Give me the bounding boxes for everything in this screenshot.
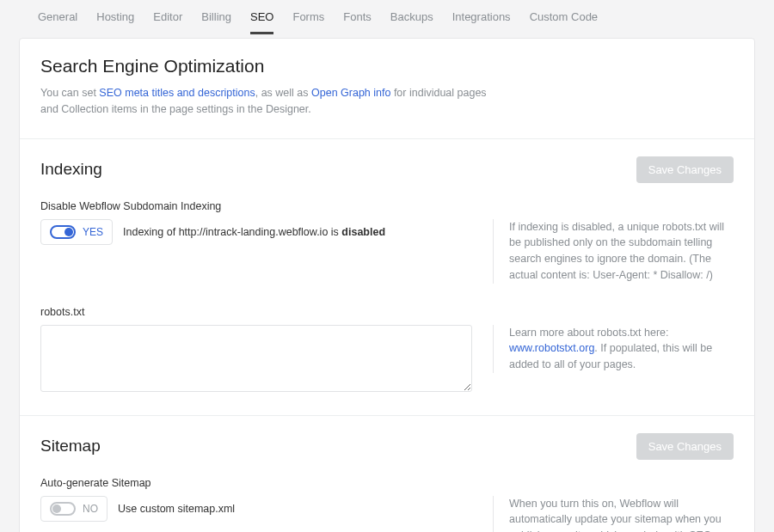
sitemap-toggle-state-text: NO (83, 503, 98, 515)
sitemap-section: Sitemap Save Changes Auto-generate Sitem… (20, 416, 754, 533)
tab-seo[interactable]: SEO (250, 10, 273, 34)
tab-fonts[interactable]: Fonts (343, 10, 372, 34)
custom-sitemap-text: Use custom sitemap.xml (118, 503, 235, 515)
robotstxt-link[interactable]: www.robotstxt.org (509, 342, 594, 354)
tab-custom-code[interactable]: Custom Code (530, 10, 598, 34)
auto-sitemap-label: Auto-generate Sitemap (40, 477, 734, 489)
opengraph-link[interactable]: Open Graph info (311, 87, 390, 99)
robots-label: robots.txt (40, 306, 734, 318)
tab-forms[interactable]: Forms (292, 10, 324, 34)
tab-general[interactable]: General (38, 10, 77, 34)
disable-subdomain-label: Disable Webflow Subdomain Indexing (40, 200, 734, 212)
tab-integrations[interactable]: Integrations (452, 10, 511, 34)
robots-textarea[interactable] (40, 325, 472, 392)
toggle-state-text: YES (83, 226, 103, 238)
indexing-help-text: If indexing is disabled, a unique robots… (493, 219, 734, 284)
settings-tabs: General Hosting Editor Billing SEO Forms… (0, 0, 774, 34)
indexing-save-button[interactable]: Save Changes (636, 156, 734, 183)
seo-description: You can set SEO meta titles and descript… (40, 85, 488, 118)
toggle-knob-icon (52, 504, 61, 513)
sitemap-help-text: When you turn this on, Webflow will auto… (493, 496, 734, 533)
toggle-knob-icon (64, 228, 73, 236)
tab-billing[interactable]: Billing (201, 10, 231, 34)
page-title: Search Engine Optimization (40, 56, 734, 76)
tab-backups[interactable]: Backups (390, 10, 433, 34)
indexing-status: Indexing of http://intrack-landing.webfl… (123, 226, 385, 238)
sitemap-title: Sitemap (40, 437, 101, 456)
settings-panel: Search Engine Optimization You can set S… (19, 38, 755, 532)
disable-indexing-toggle-box: YES (40, 219, 113, 245)
indexing-title: Indexing (40, 160, 102, 179)
tab-editor[interactable]: Editor (153, 10, 182, 34)
robots-help-text: Learn more about robots.txt here: www.ro… (493, 325, 734, 373)
seo-meta-link[interactable]: SEO meta titles and descriptions (99, 87, 255, 99)
auto-sitemap-toggle-box: NO (40, 496, 108, 522)
disable-indexing-toggle[interactable] (50, 225, 76, 239)
sitemap-save-button[interactable]: Save Changes (636, 433, 734, 460)
seo-header-section: Search Engine Optimization You can set S… (20, 39, 754, 139)
indexing-section: Indexing Save Changes Disable Webflow Su… (20, 139, 754, 416)
auto-sitemap-toggle[interactable] (50, 502, 76, 516)
tab-hosting[interactable]: Hosting (96, 10, 134, 34)
